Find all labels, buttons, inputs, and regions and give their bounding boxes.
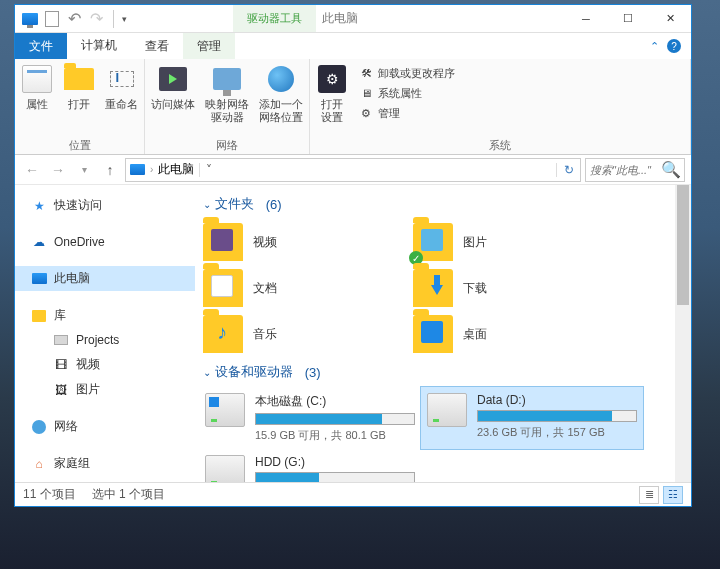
address-dropdown-icon[interactable]: ˅: [199, 163, 217, 177]
section-folders-header[interactable]: ⌄ 文件夹 (6): [199, 189, 691, 219]
group-label: 位置: [21, 138, 138, 153]
ribbon-group-system: ⚙打开 设置 🛠卸载或更改程序 🖥系统属性 ⚙管理 系统: [310, 59, 691, 154]
body: ★快速访问 ☁OneDrive 此电脑 库 Projects 🎞视频 🖼图片 网…: [15, 185, 691, 482]
titlebar: ↶ ↷ ▾ 驱动器工具 此电脑 ─ ☐ ✕: [15, 5, 691, 33]
maximize-button[interactable]: ☐: [607, 5, 649, 32]
folder-desktop[interactable]: 桌面: [409, 311, 619, 357]
collapse-ribbon-icon[interactable]: ⌃: [650, 40, 659, 53]
library-icon: [31, 308, 47, 324]
vertical-scrollbar[interactable]: [675, 185, 691, 482]
nav-recent-icon[interactable]: ▾: [73, 159, 95, 181]
nav-network[interactable]: 网络: [15, 414, 195, 439]
nav-back-icon[interactable]: ←: [21, 159, 43, 181]
address-bar[interactable]: › 此电脑 ˅ ↻: [125, 158, 581, 182]
minimize-button[interactable]: ─: [565, 5, 607, 32]
add-netloc-button[interactable]: 添加一个 网络位置: [259, 63, 303, 136]
nav-pane[interactable]: ★快速访问 ☁OneDrive 此电脑 库 Projects 🎞视频 🖼图片 网…: [15, 185, 195, 482]
thispc-icon[interactable]: [21, 10, 39, 28]
manage-button[interactable]: ⚙管理: [358, 105, 455, 121]
folder-pictures[interactable]: ✓图片: [409, 219, 619, 265]
folder-icon: ✓: [413, 223, 453, 261]
star-icon: ★: [31, 198, 47, 214]
tiles-view-button[interactable]: ☷: [663, 486, 683, 504]
status-bar: 11 个项目 选中 1 个项目 ≣ ☷: [15, 482, 691, 506]
nav-lib-pictures[interactable]: 🖼图片: [15, 377, 195, 402]
tab-computer[interactable]: 计算机: [67, 33, 131, 59]
status-item-count: 11 个项目: [23, 486, 76, 503]
tab-view[interactable]: 查看: [131, 33, 183, 59]
monitor-icon: [31, 271, 47, 287]
ribbon: 属性 打开 重命名 位置 访问媒体 映射网络 驱动器 添加一个 网络位置 网络 …: [15, 59, 691, 155]
folder-downloads[interactable]: 下载: [409, 265, 619, 311]
close-button[interactable]: ✕: [649, 5, 691, 32]
undo-icon[interactable]: ↶: [65, 10, 83, 28]
separator: [113, 10, 114, 28]
gear-icon: ⚙: [358, 105, 374, 121]
uninstall-button[interactable]: 🛠卸载或更改程序: [358, 65, 455, 81]
search-box[interactable]: 🔍: [585, 158, 685, 182]
usage-bar: [477, 410, 637, 422]
map-drive-button[interactable]: 映射网络 驱动器: [205, 63, 249, 136]
drives-grid: 本地磁盘 (C:)15.9 GB 可用，共 80.1 GB Data (D:)2…: [199, 387, 691, 482]
drive-g[interactable]: HDD (G:)502 GB 可用，共 833 GB: [199, 449, 421, 482]
ribbon-group-network: 访问媒体 映射网络 驱动器 添加一个 网络位置 网络: [145, 59, 310, 154]
refresh-icon[interactable]: ↻: [556, 163, 580, 177]
download-arrow-icon: [431, 275, 443, 295]
folder-icon: [203, 269, 243, 307]
sysprops-button[interactable]: 🖥系统属性: [358, 85, 455, 101]
nav-libraries[interactable]: 库: [15, 303, 195, 328]
home-icon: ⌂: [31, 456, 47, 472]
chevron-right-icon: ›: [150, 164, 153, 175]
scroll-thumb[interactable]: [677, 185, 689, 305]
search-input[interactable]: [586, 164, 660, 176]
tab-file[interactable]: 文件: [15, 33, 67, 59]
section-drives-header[interactable]: ⌄ 设备和驱动器 (3): [199, 357, 691, 387]
folders-grid: 视频 ✓图片 文档 下载 ♪音乐 桌面: [199, 219, 691, 357]
film-icon: 🎞: [53, 357, 69, 373]
chevron-down-icon: ⌄: [203, 367, 211, 378]
nav-forward-icon: →: [47, 159, 69, 181]
explorer-window: ↶ ↷ ▾ 驱动器工具 此电脑 ─ ☐ ✕ 文件 计算机 查看 管理 ⌃ ? 属…: [14, 4, 692, 507]
properties-button[interactable]: 属性: [21, 63, 53, 136]
monitor-icon: 🖥: [358, 85, 374, 101]
rename-button[interactable]: 重命名: [105, 63, 138, 136]
folder-music[interactable]: ♪音乐: [199, 311, 409, 357]
usage-bar: [255, 413, 415, 425]
qat-customize-icon[interactable]: ▾: [122, 14, 127, 24]
redo-icon[interactable]: ↷: [87, 10, 105, 28]
nav-onedrive[interactable]: ☁OneDrive: [15, 230, 195, 254]
nav-up-icon[interactable]: ↑: [99, 159, 121, 181]
group-label: 系统: [316, 138, 684, 153]
breadcrumb-thispc[interactable]: 此电脑: [158, 161, 194, 178]
help-icon[interactable]: ?: [667, 39, 681, 53]
folder-documents[interactable]: 文档: [199, 265, 409, 311]
drive-icon: [427, 393, 467, 427]
details-view-button[interactable]: ≣: [639, 486, 659, 504]
nav-quick-access[interactable]: ★快速访问: [15, 193, 195, 218]
quick-access-toolbar: ↶ ↷ ▾: [15, 10, 127, 28]
search-icon[interactable]: 🔍: [660, 160, 682, 179]
open-settings-button[interactable]: ⚙打开 设置: [316, 63, 348, 136]
open-button[interactable]: 打开: [63, 63, 95, 136]
nav-homegroup[interactable]: ⌂家庭组: [15, 451, 195, 476]
uninstall-icon: 🛠: [358, 65, 374, 81]
disk-icon: [53, 332, 69, 348]
tab-manage[interactable]: 管理: [183, 33, 235, 59]
document-icon[interactable]: [43, 10, 61, 28]
drive-d[interactable]: Data (D:)23.6 GB 可用，共 157 GB: [421, 387, 643, 449]
folder-icon: [413, 315, 453, 353]
nav-lib-videos[interactable]: 🎞视频: [15, 352, 195, 377]
folder-videos[interactable]: 视频: [199, 219, 409, 265]
window-controls: ─ ☐ ✕: [565, 5, 691, 32]
content-pane[interactable]: ⌄ 文件夹 (6) 视频 ✓图片 文档 下载 ♪音乐 桌面 ⌄ 设备和驱动器 (…: [195, 185, 691, 482]
group-label: 网络: [151, 138, 303, 153]
picture-icon: 🖼: [53, 382, 69, 398]
drive-icon: [205, 455, 245, 482]
drive-c[interactable]: 本地磁盘 (C:)15.9 GB 可用，共 80.1 GB: [199, 387, 421, 449]
access-media-button[interactable]: 访问媒体: [151, 63, 195, 136]
thispc-icon: [130, 164, 145, 175]
chevron-down-icon: ⌄: [203, 199, 211, 210]
nav-thispc[interactable]: 此电脑: [15, 266, 195, 291]
ribbon-tabs: 文件 计算机 查看 管理 ⌃ ?: [15, 33, 691, 59]
nav-lib-projects[interactable]: Projects: [15, 328, 195, 352]
